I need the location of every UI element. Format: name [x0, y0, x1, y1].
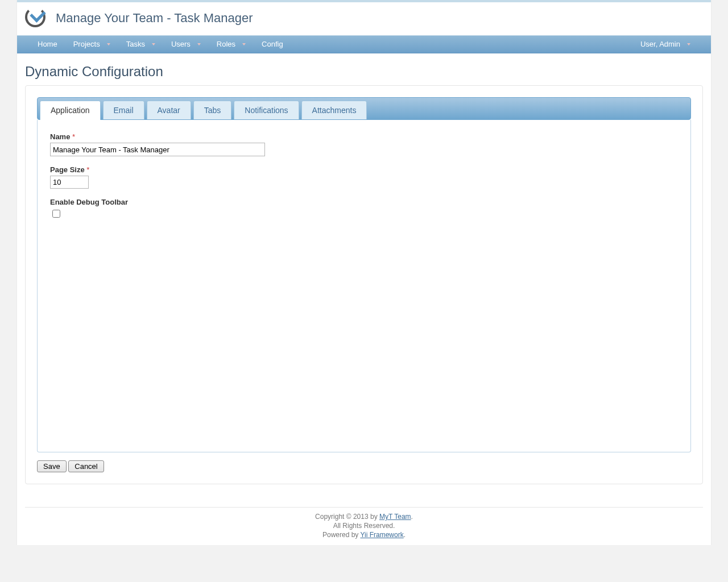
nav-user-label: User, Admin: [640, 36, 680, 53]
nav-home[interactable]: Home: [30, 36, 65, 53]
footer: Copyright © 2013 by MyT Team. All Rights…: [17, 512, 711, 545]
tab-attachments-label: Attachments: [312, 106, 357, 115]
nav-config-label: Config: [262, 36, 283, 53]
footer-period: .: [411, 513, 413, 521]
tab-application-label: Application: [51, 106, 90, 115]
field-pagesize: Page Size *: [50, 165, 678, 189]
nav-projects-label: Projects: [73, 36, 100, 53]
name-input[interactable]: [50, 143, 265, 156]
debug-label: Enable Debug Toolbar: [50, 198, 678, 206]
nav-projects[interactable]: Projects: [65, 36, 118, 53]
required-mark: *: [72, 132, 75, 141]
pagesize-label: Page Size *: [50, 165, 678, 174]
cancel-button[interactable]: Cancel: [68, 460, 104, 472]
footer-team-link[interactable]: MyT Team: [379, 513, 411, 521]
nav-tasks-label: Tasks: [126, 36, 145, 53]
tab-avatar-label: Avatar: [158, 106, 180, 115]
tab-tabs-label: Tabs: [204, 106, 221, 115]
name-label-text: Name: [50, 132, 70, 141]
caret-down-icon: [107, 43, 110, 45]
tab-tabs[interactable]: Tabs: [193, 101, 232, 119]
footer-separator: [25, 507, 703, 508]
footer-copyright-prefix: Copyright © 2013 by: [315, 513, 379, 521]
nav-users-label: Users: [171, 36, 191, 53]
nav-users[interactable]: Users: [163, 36, 209, 53]
tabstrip: Application Email Avatar Tabs Notificati…: [37, 97, 691, 120]
field-name: Name *: [50, 132, 678, 156]
footer-rights: All Rights Reserved.: [17, 521, 711, 530]
page-title: Dynamic Configuration: [17, 53, 711, 85]
tab-email-label: Email: [114, 106, 134, 115]
nav-user-menu[interactable]: User, Admin: [632, 36, 698, 53]
logo-icon: [25, 7, 48, 30]
debug-checkbox[interactable]: [52, 210, 60, 218]
main-nav: Home Projects Tasks Users Roles Config: [17, 35, 711, 53]
name-label: Name *: [50, 132, 678, 141]
tab-body: Name * Page Size * Enable Debug Toolbar: [37, 120, 691, 452]
tab-attachments[interactable]: Attachments: [301, 101, 367, 119]
tab-email[interactable]: Email: [103, 101, 144, 119]
save-button[interactable]: Save: [37, 460, 67, 472]
nav-tasks[interactable]: Tasks: [118, 36, 163, 53]
app-viewport: Manage Your Team - Task Manager Home Pro…: [17, 0, 711, 545]
tab-notifications[interactable]: Notifications: [234, 101, 299, 119]
nav-home-label: Home: [38, 36, 57, 53]
app-title: Manage Your Team - Task Manager: [56, 11, 253, 26]
caret-down-icon: [152, 43, 155, 45]
footer-period2: .: [404, 531, 406, 539]
pagesize-input[interactable]: [50, 176, 89, 189]
footer-framework-link[interactable]: Yii Framework: [360, 531, 403, 539]
config-card: Application Email Avatar Tabs Notificati…: [25, 85, 703, 484]
required-mark: *: [86, 165, 89, 174]
field-debug: Enable Debug Toolbar: [50, 198, 678, 219]
caret-down-icon: [687, 43, 690, 45]
tab-application[interactable]: Application: [40, 101, 101, 120]
nav-roles[interactable]: Roles: [209, 36, 254, 53]
caret-down-icon: [242, 43, 246, 45]
form-actions: Save Cancel: [37, 460, 691, 472]
pagesize-label-text: Page Size: [50, 165, 85, 174]
nav-roles-label: Roles: [217, 36, 235, 53]
tab-notifications-label: Notifications: [245, 106, 288, 115]
nav-config[interactable]: Config: [254, 36, 291, 53]
footer-powered-prefix: Powered by: [322, 531, 361, 539]
tab-avatar[interactable]: Avatar: [147, 101, 191, 119]
caret-down-icon: [197, 43, 201, 45]
header: Manage Your Team - Task Manager: [17, 2, 711, 35]
